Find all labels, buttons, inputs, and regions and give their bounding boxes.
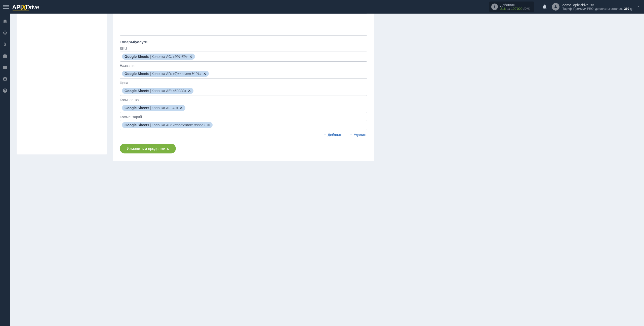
nav-help[interactable] [0,86,10,96]
delete-label: Удалить [354,133,367,137]
mapping-tag[interactable]: Google Sheets | Колонка AC: «991-89»✕ [122,54,195,60]
chevron-down-icon[interactable] [636,5,640,9]
logo-underline [13,11,29,11]
tag-remove-icon[interactable]: ✕ [189,55,192,59]
nav-billing[interactable] [0,39,10,49]
tag-remove-icon[interactable]: ✕ [207,123,210,127]
field-input[interactable]: Google Sheets | Колонка AE: «50000»✕ [120,86,367,96]
tag-value: «2» [172,106,178,110]
notifications-icon[interactable] [542,4,547,10]
username: demo_apix-drive_s3 [562,3,633,7]
main-content: Товары/услуги SKUGoogle Sheets | Колонка… [10,14,644,171]
nav-video[interactable] [0,62,10,72]
tag-value: «Тренажер Н-01» [173,72,202,76]
actions-pct: (0%) [523,7,530,11]
tag-value: «состояние новое» [173,123,205,127]
tag-source: Google Sheets [125,89,149,93]
delete-link[interactable]: －Удалить [349,133,367,137]
field-input[interactable]: Google Sheets | Колонка AG: «состояние н… [120,120,367,130]
tag-source: Google Sheets [125,106,149,110]
tag-remove-icon[interactable]: ✕ [203,72,206,76]
mapping-tag[interactable]: Google Sheets | Колонка AG: «состояние н… [122,122,213,128]
field-input[interactable]: Google Sheets | Колонка AF: «2»✕ [120,103,367,113]
tag-column: Колонка AD: [152,72,172,76]
field-input[interactable]: Google Sheets | Колонка AD: «Тренажер Н-… [120,69,367,79]
tag-source: Google Sheets [125,123,149,127]
tag-column: Колонка AF: [152,106,172,110]
field-box-empty[interactable] [120,14,367,36]
form-panel: Товары/услуги SKUGoogle Sheets | Колонка… [113,14,374,161]
tariff-days: 360 [624,7,629,11]
logo-text-x: X [21,3,26,12]
mapping-tag[interactable]: Google Sheets | Колонка AF: «2»✕ [122,105,185,111]
actions-usage-text: Действия: 216 из 100'000 (0%) [500,3,530,11]
tag-column: Колонка AG: [152,123,172,127]
field-label: SKU [120,47,367,51]
tariff-mid: | до оплаты осталось [593,7,624,11]
sidebar [0,14,10,171]
plus-icon: ＋ [323,133,327,137]
tariff-plan: Премиум PRO [573,7,593,11]
tariff-days-suffix: дн [629,7,633,11]
tag-separator: | [150,89,151,93]
field-label: Цена [120,81,367,85]
tag-remove-icon[interactable]: ✕ [180,106,183,110]
tag-separator: | [150,123,151,127]
actions-limit: 100'000 [511,7,522,11]
actions-used: 216 [500,7,506,11]
tag-value: «50000» [173,89,186,93]
add-link[interactable]: ＋Добавить [323,133,343,137]
tag-column: Колонка AC: [152,55,172,59]
action-links: ＋Добавить －Удалить [120,133,367,137]
menu-toggle-button[interactable] [3,4,9,10]
tag-separator: | [150,55,151,59]
minus-icon: － [349,133,353,137]
submit-button[interactable]: Изменить и продолжить [120,144,176,153]
field-label: Комментарий [120,115,367,119]
avatar-icon [552,3,559,11]
info-icon: i [491,4,498,10]
nav-home[interactable] [0,16,10,26]
left-panel [17,14,107,154]
nav-briefcase[interactable] [0,51,10,61]
logo-text-drive: Drive [26,4,39,11]
actions-label: Действия: [500,3,530,7]
tag-remove-icon[interactable]: ✕ [188,89,191,93]
logo[interactable]: API X Drive [12,3,39,11]
tag-separator: | [150,72,151,76]
actions-usage-pill[interactable]: i Действия: 216 из 100'000 (0%) [489,2,534,12]
svg-rect-3 [5,34,5,35]
field-label: Количество [120,98,367,102]
nav-connections[interactable] [0,28,10,38]
tariff-prefix: Тариф | [562,7,573,11]
user-menu[interactable]: demo_apix-drive_s3 Тариф |Премиум PRO| д… [552,3,633,11]
tag-source: Google Sheets [125,55,149,59]
tag-source: Google Sheets [125,72,149,76]
user-info: demo_apix-drive_s3 Тариф |Премиум PRO| д… [562,3,633,11]
add-label: Добавить [328,133,343,137]
section-title: Товары/услуги [120,40,367,44]
mapping-tag[interactable]: Google Sheets | Колонка AE: «50000»✕ [122,88,193,94]
logo-text-api: API [12,4,22,11]
field-label: Название [120,64,367,68]
tag-column: Колонка AE: [152,89,172,93]
mapping-tag[interactable]: Google Sheets | Колонка AD: «Тренажер Н-… [122,71,209,77]
top-bar: API X Drive i Действия: 216 из 100'000 (… [0,0,644,14]
actions-of: из [507,7,510,11]
nav-account[interactable] [0,74,10,84]
tag-value: «991-89» [173,55,188,59]
field-input[interactable]: Google Sheets | Колонка AC: «991-89»✕ [120,52,367,62]
svg-rect-0 [5,31,5,31]
tag-separator: | [150,106,151,110]
